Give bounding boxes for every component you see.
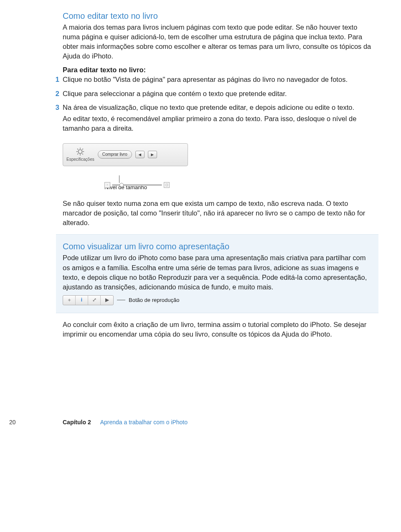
gear-icon xyxy=(76,147,85,156)
page-number: 20 xyxy=(9,418,16,427)
step-1-text: Clique no botão "Vista de página" para a… xyxy=(63,75,372,84)
svg-line-8 xyxy=(82,149,83,149)
page-footer: 20 Capítulo 2 Aprenda a trabalhar com o … xyxy=(0,418,401,427)
expand-icon: ⤢ xyxy=(92,296,96,304)
section-heading-edit-text: Como editar texto no livro xyxy=(63,10,372,22)
book-toolbar: Especificações Comprar livro ◄ ► xyxy=(63,143,188,166)
arrow-right-icon: ► xyxy=(150,152,155,158)
svg-point-0 xyxy=(79,149,82,153)
after-toolbar-paragraph: Se não quiser texto numa zona em que exi… xyxy=(63,199,372,228)
section-heading-slideshow: Como visualizar um livro como apresentaç… xyxy=(63,241,372,252)
play-button-callout: Botão de reprodução xyxy=(129,296,179,304)
zoom-in-icon[interactable]: ◻ xyxy=(164,182,170,188)
step-2-text: Clique para seleccionar a página que con… xyxy=(63,89,372,99)
fullscreen-button[interactable]: ⤢ xyxy=(88,296,101,305)
chapter-number: Capítulo 2 xyxy=(63,418,91,427)
closing-paragraph: Ao concluir com êxito a criação de um li… xyxy=(63,320,372,339)
steps-lead: Para editar texto no livro: xyxy=(63,65,372,75)
zoom-out-icon[interactable]: ▫ xyxy=(104,182,110,188)
arrow-left-icon: ◄ xyxy=(137,152,142,158)
slideshow-info-box: Como visualizar um livro como apresentaç… xyxy=(56,234,378,313)
toolbar-figure: Especificações Comprar livro ◄ ► ▫ ◻ Nív… xyxy=(63,143,372,191)
plus-icon: ＋ xyxy=(67,296,72,304)
specifications-button[interactable]: Especificações xyxy=(66,147,94,162)
step-number: 2 xyxy=(53,89,63,99)
step-3a-text: Na área de visualização, clique no texto… xyxy=(63,103,372,112)
add-button[interactable]: ＋ xyxy=(63,296,76,305)
callout-line xyxy=(117,300,125,300)
bottom-button-bar: ＋ i ⤢ ▶ xyxy=(63,295,114,305)
svg-line-6 xyxy=(82,154,83,155)
intro-paragraph: A maioria dos temas para livros incluem … xyxy=(63,23,372,61)
play-button[interactable]: ▶ xyxy=(101,296,113,305)
steps-list: 1 Clique no botão "Vista de página" para… xyxy=(63,75,372,134)
slideshow-paragraph: Pode utilizar um livro do iPhoto como ba… xyxy=(63,253,372,291)
info-icon: i xyxy=(81,296,82,304)
svg-line-7 xyxy=(77,154,78,155)
play-icon: ▶ xyxy=(105,296,109,304)
specifications-label: Especificações xyxy=(66,157,94,162)
zoom-slider-knob[interactable] xyxy=(119,183,124,187)
svg-line-5 xyxy=(77,149,78,149)
chapter-title: Aprenda a trabalhar com o iPhoto xyxy=(100,418,188,427)
buy-book-button[interactable]: Comprar livro xyxy=(98,150,132,159)
zoom-slider-row: ▫ ◻ xyxy=(104,182,170,188)
step-number: 1 xyxy=(53,75,63,84)
next-page-button[interactable]: ► xyxy=(148,151,157,158)
zoom-slider[interactable] xyxy=(112,184,162,186)
step-number: 3 xyxy=(53,103,63,112)
step-3b-text: Ao editar texto, é recomendável ampliar … xyxy=(63,114,372,133)
info-button[interactable]: i xyxy=(76,296,88,305)
prev-page-button[interactable]: ◄ xyxy=(135,151,145,158)
